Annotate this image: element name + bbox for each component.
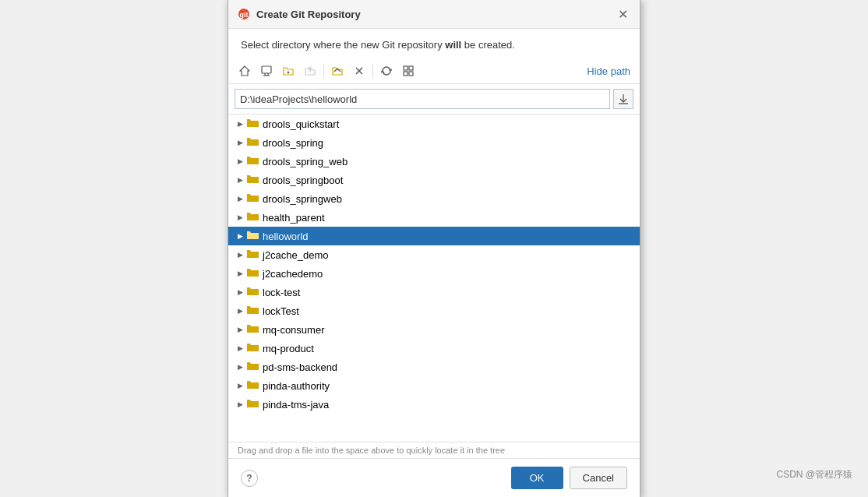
tree-item[interactable]: ▶ lock-test — [228, 283, 640, 301]
tree-item-label: pinda-authority — [263, 380, 330, 392]
dialog-title: Create Git Repository — [256, 9, 361, 20]
tree-item-label: drools_spring_web — [263, 156, 348, 167]
tree-item[interactable]: ▶ drools_quickstart — [228, 115, 640, 133]
tree-item[interactable]: ▶ pinda-authority — [228, 376, 640, 395]
title-bar: git Create Git Repository ✕ — [228, 0, 640, 29]
description-suffix: be created. — [461, 39, 515, 51]
ok-button[interactable]: OK — [511, 467, 563, 489]
expand-button[interactable] — [327, 62, 348, 80]
tree-item[interactable]: ▶ j2cache_demo — [228, 245, 640, 264]
folder-icon — [247, 342, 259, 354]
folder-icon — [247, 286, 259, 298]
path-bar — [228, 84, 640, 115]
toolbar-separator-1 — [323, 64, 324, 78]
tree-item[interactable]: ▶ j2cachedemo — [228, 264, 640, 283]
folder-icon — [247, 248, 259, 261]
tree-arrow-icon: ▶ — [235, 324, 245, 335]
svg-text:git: git — [240, 11, 249, 19]
new-folder-button[interactable] — [278, 62, 298, 80]
folder-icon — [247, 136, 259, 149]
folder-icon — [247, 230, 259, 242]
download-icon — [618, 93, 629, 104]
folder-icon — [247, 267, 259, 280]
tree-item-label: mq-consumer — [263, 324, 324, 336]
tree-item-label: drools_springboot — [263, 174, 343, 186]
tree-item-label: drools_spring — [263, 137, 323, 149]
tree-arrow-icon: ▶ — [235, 268, 245, 279]
path-input[interactable] — [235, 89, 610, 109]
description-prefix: Select directory where the new Git repos… — [241, 39, 445, 51]
tree-arrow-icon: ▶ — [235, 231, 245, 241]
svg-rect-12 — [404, 66, 408, 70]
tree-arrow-icon: ▶ — [235, 380, 245, 391]
tree-item[interactable]: ▶ lockTest — [228, 301, 640, 320]
tree-item[interactable]: ▶ drools_springboot — [228, 171, 640, 189]
desktop-button[interactable] — [256, 62, 277, 80]
tree-item-label: health_parent — [263, 212, 325, 224]
tree-item-label: lockTest — [263, 305, 299, 317]
title-bar-left: git Create Git Repository — [238, 8, 361, 20]
hide-path-link[interactable]: Hide path — [587, 65, 630, 77]
expand-icon — [332, 65, 343, 76]
svg-rect-15 — [409, 72, 413, 76]
tree-arrow-icon: ▶ — [235, 174, 245, 185]
path-browse-button[interactable] — [613, 89, 633, 109]
settings-button[interactable] — [398, 62, 418, 80]
new-folder-icon — [283, 65, 294, 76]
tree-arrow-icon: ▶ — [235, 305, 245, 316]
desktop: git Create Git Repository ✕ Select direc… — [0, 0, 868, 497]
folder-icon — [247, 361, 259, 373]
tree-item-label: lock-test — [263, 287, 300, 298]
folder-icon — [247, 398, 259, 411]
cancel-button[interactable]: Cancel — [570, 467, 627, 489]
tree-item-label: pinda-tms-java — [263, 399, 329, 411]
tree-arrow-icon: ▶ — [235, 361, 245, 372]
git-icon: git — [238, 8, 250, 20]
tree-arrow-icon: ▶ — [235, 212, 245, 223]
tree-item[interactable]: ▶ drools_spring_web — [228, 152, 640, 171]
button-bar: ? OK Cancel — [228, 459, 640, 497]
tree-item[interactable]: ▶ pinda-tms-java — [228, 395, 640, 414]
refresh-button[interactable] — [376, 62, 397, 80]
tree-item[interactable]: ▶ mq-product — [228, 339, 640, 358]
delete-icon — [354, 65, 365, 76]
tree-item[interactable]: ▶ helloworld — [228, 227, 640, 245]
watermark: CSDN @管程序猿 — [776, 468, 852, 481]
tree-item[interactable]: ▶ drools_spring — [228, 133, 640, 152]
home-button[interactable] — [235, 62, 255, 80]
dialog-buttons: OK Cancel — [511, 467, 627, 489]
svg-rect-14 — [404, 72, 408, 76]
tree-item[interactable]: ▶ drools_springweb — [228, 189, 640, 208]
status-bar: Drag and drop a file into the space abov… — [228, 442, 640, 459]
folder-up-button[interactable] — [300, 62, 320, 80]
tree-item[interactable]: ▶ pd-sms-backend — [228, 358, 640, 376]
tree-item-label: mq-product — [263, 343, 314, 354]
tree-item-label: helloworld — [263, 231, 309, 242]
file-tree[interactable]: ▶ drools_quickstart▶ drools_spring▶ droo… — [228, 115, 640, 442]
tree-arrow-icon: ▶ — [235, 118, 245, 129]
close-button[interactable]: ✕ — [615, 6, 630, 22]
toolbar-separator-2 — [372, 64, 373, 78]
tree-arrow-icon: ▶ — [235, 249, 245, 260]
folder-up-icon — [305, 65, 316, 76]
tree-item[interactable]: ▶ health_parent — [228, 208, 640, 227]
toolbar: Hide path — [228, 58, 640, 84]
tree-arrow-icon: ▶ — [235, 343, 245, 354]
delete-button[interactable] — [349, 62, 369, 80]
tree-arrow-icon: ▶ — [235, 287, 245, 298]
folder-icon — [247, 323, 259, 336]
folder-icon — [247, 192, 259, 205]
folder-icon — [247, 211, 259, 224]
tree-item-label: j2cachedemo — [263, 268, 323, 280]
folder-icon — [247, 118, 259, 130]
svg-rect-13 — [409, 66, 413, 70]
tree-item-label: drools_quickstart — [263, 118, 339, 130]
folder-icon — [247, 305, 259, 317]
tree-item[interactable]: ▶ mq-consumer — [228, 320, 640, 339]
refresh-icon — [381, 65, 392, 76]
description-bold: will — [445, 39, 461, 51]
folder-icon — [247, 379, 259, 392]
folder-icon — [247, 174, 259, 186]
tree-item-label: drools_springweb — [263, 193, 342, 205]
help-button[interactable]: ? — [241, 470, 258, 487]
